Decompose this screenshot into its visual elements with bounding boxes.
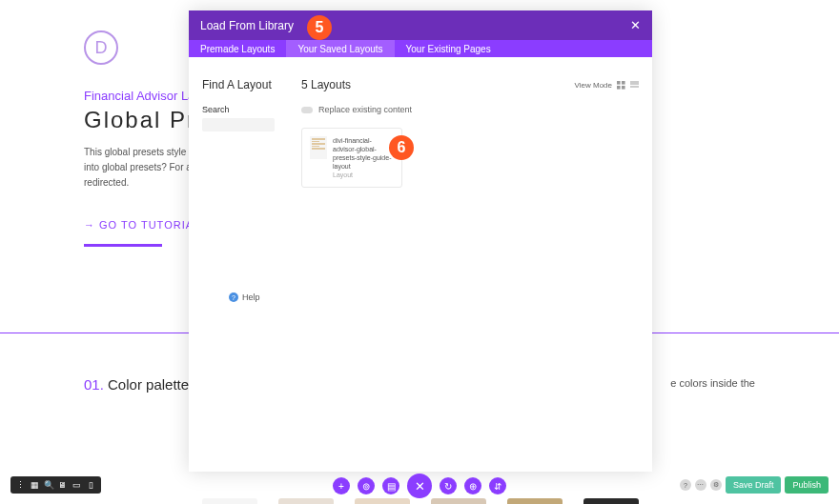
- tab-saved-layouts[interactable]: Your Saved Layouts: [286, 40, 394, 57]
- phone-icon[interactable]: ▯: [87, 481, 95, 490]
- help-label: Help: [242, 292, 260, 302]
- divi-logo: D: [84, 30, 118, 65]
- bottom-toolbar-right: ? ⋯ ⚙ Save Draft Publish: [680, 476, 829, 494]
- replace-content-row: Replace existing content: [301, 105, 639, 114]
- side-text-fragment: e colors inside the: [670, 377, 755, 389]
- color-swatches: [202, 498, 639, 504]
- bottom-toolbar-center: + ⊚ ▤ ✕ ↻ ⊕ ⇵: [333, 474, 506, 498]
- wireframe-icon[interactable]: ▦: [31, 481, 39, 490]
- load-library-modal: Load From Library ✕ Premade Layouts Your…: [189, 10, 652, 472]
- layout-thumbnail: [310, 136, 327, 159]
- modal-sidebar: Find A Layout Search ? Help: [189, 57, 288, 472]
- swatch: [507, 498, 563, 504]
- modal-title: Load From Library: [200, 19, 294, 32]
- bottom-toolbar-left: ⋮ ▦ 🔍 🖥 ▭ ▯: [10, 476, 101, 494]
- swatch: [431, 498, 486, 504]
- gear-circle-icon[interactable]: ⚙: [710, 479, 722, 491]
- modal-header: Load From Library ✕: [189, 10, 652, 40]
- replace-label: Replace existing content: [318, 105, 412, 114]
- publish-button[interactable]: Publish: [785, 476, 829, 494]
- modal-tabs: Premade Layouts Your Saved Layouts Your …: [189, 40, 652, 57]
- sidebar-title: Find A Layout: [202, 78, 275, 91]
- tutorial-link[interactable]: → GO TO TUTORIAL: [84, 219, 200, 231]
- main-header: 5 Layouts View Mode: [301, 78, 639, 91]
- replace-toggle[interactable]: [301, 107, 313, 113]
- tablet-icon[interactable]: ▭: [72, 481, 81, 490]
- expand-button[interactable]: ⇵: [489, 477, 506, 494]
- save-draft-button[interactable]: Save Draft: [726, 476, 782, 494]
- portability-button[interactable]: ⊕: [464, 477, 481, 494]
- view-mode-controls: View Mode: [575, 81, 639, 90]
- view-mode-label: View Mode: [575, 81, 612, 90]
- section-title: 01. Color palette: [84, 376, 189, 393]
- history-button[interactable]: ↻: [440, 477, 457, 494]
- link-underline: [84, 244, 162, 247]
- search-input[interactable]: [202, 118, 275, 131]
- list-view-icon[interactable]: [630, 81, 639, 90]
- add-button[interactable]: +: [333, 477, 350, 494]
- layouts-count-title: 5 Layouts: [301, 78, 351, 91]
- tab-premade-layouts[interactable]: Premade Layouts: [189, 40, 286, 57]
- section-number: 01.: [84, 376, 104, 393]
- search-label: Search: [202, 105, 275, 114]
- modal-body: Find A Layout Search ? Help 5 Layouts Vi…: [189, 57, 652, 472]
- close-builder-button[interactable]: ✕: [407, 474, 432, 498]
- tab-existing-pages[interactable]: Your Existing Pages: [395, 40, 502, 57]
- swatch: [278, 498, 334, 504]
- section-label: Color palette: [104, 376, 189, 393]
- modal-main: 5 Layouts View Mode Replace existing con…: [288, 57, 652, 472]
- layout-card[interactable]: divi-financial-advisor-global-presets-st…: [301, 128, 402, 188]
- settings-button[interactable]: ⊚: [358, 477, 375, 494]
- options-circle-icon[interactable]: ⋯: [695, 479, 706, 491]
- layers-button[interactable]: ▤: [382, 477, 399, 494]
- zoom-icon[interactable]: 🔍: [45, 481, 53, 490]
- annotation-circle-5: 5: [307, 15, 332, 40]
- swatch: [355, 498, 410, 504]
- annotation-circle-6: 6: [389, 135, 414, 160]
- grid-view-icon[interactable]: [617, 81, 625, 90]
- close-icon[interactable]: ✕: [630, 18, 641, 32]
- layout-card-text: divi-financial-advisor-global-presets-st…: [333, 136, 394, 179]
- menu-icon[interactable]: ⋮: [16, 481, 25, 490]
- swatch: [583, 498, 639, 504]
- help-circle-icon[interactable]: ?: [680, 479, 691, 491]
- layout-type: Layout: [333, 171, 394, 179]
- swatch: [202, 498, 257, 504]
- help-icon: ?: [229, 292, 238, 302]
- help-link[interactable]: ? Help: [229, 292, 260, 302]
- desktop-icon[interactable]: 🖥: [58, 481, 67, 490]
- layout-name: divi-financial-advisor-global-presets-st…: [333, 136, 394, 171]
